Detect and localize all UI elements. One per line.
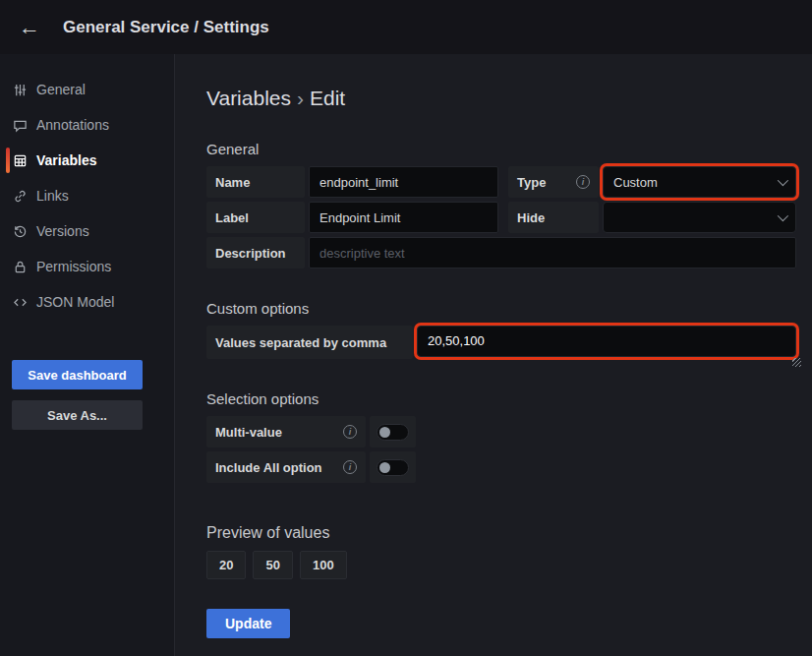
description-input[interactable] (309, 237, 796, 268)
save-as-button[interactable]: Save As... (12, 400, 143, 430)
custom-options-heading: Custom options (206, 300, 796, 317)
general-section-heading: General (206, 141, 796, 157)
history-icon (12, 223, 28, 239)
arrow-left-icon: ← (19, 17, 40, 38)
sidebar-item-json-model[interactable]: JSON Model (0, 284, 174, 320)
breadcrumb: Variables›Edit (206, 87, 796, 110)
breadcrumb-page: Edit (310, 87, 345, 109)
preview-value-chip[interactable]: 20 (206, 551, 246, 579)
table-grid-icon (12, 152, 28, 168)
name-input[interactable] (309, 166, 498, 198)
breadcrumb-separator: › (291, 87, 310, 109)
page-title: General Service / Settings (63, 18, 269, 37)
values-textarea[interactable]: 20,50,100 (417, 326, 796, 357)
app-window: ← General Service / Settings General Ann… (0, 0, 812, 656)
description-row: Description (206, 237, 796, 268)
include-all-row: Include All option i (206, 451, 796, 483)
link-icon (12, 188, 28, 204)
name-label: Name (206, 166, 305, 198)
lock-icon (12, 259, 28, 274)
multi-value-toggle[interactable] (370, 416, 416, 447)
comment-icon (12, 117, 28, 133)
breadcrumb-section: Variables (206, 87, 291, 109)
values-row: Values separated by comma 20,50,100 (206, 326, 796, 359)
settings-sidebar: General Annotations Variables (0, 54, 175, 656)
hide-select[interactable] (603, 202, 796, 233)
back-button[interactable]: ← (14, 12, 45, 43)
type-label: Type i (508, 166, 599, 198)
preview-value-chip[interactable]: 100 (300, 551, 347, 579)
sidebar-item-general[interactable]: General (0, 72, 174, 107)
sidebar-item-permissions[interactable]: Permissions (0, 249, 174, 284)
sliders-icon (12, 82, 28, 97)
update-button[interactable]: Update (206, 609, 290, 638)
resize-handle-icon[interactable] (792, 358, 801, 367)
settings-nav: General Annotations Variables (0, 72, 174, 320)
label-hide-row: Label Hide (206, 202, 796, 233)
preview-value-chip[interactable]: 50 (253, 551, 292, 579)
code-icon (12, 294, 28, 310)
info-icon[interactable]: i (576, 175, 590, 189)
sidebar-item-label: Annotations (36, 117, 109, 133)
sidebar-item-label: Versions (36, 223, 89, 239)
multi-value-row: Multi-value i (206, 416, 796, 447)
name-type-row: Name Type i Custom (206, 166, 796, 198)
save-dashboard-button[interactable]: Save dashboard (12, 360, 143, 389)
sidebar-item-label: Links (36, 188, 69, 204)
info-icon[interactable]: i (343, 460, 357, 474)
sidebar-item-versions[interactable]: Versions (0, 213, 174, 249)
hide-label: Hide (508, 202, 599, 233)
label-input[interactable] (309, 202, 498, 233)
selection-options-heading: Selection options (206, 390, 796, 407)
sidebar-item-annotations[interactable]: Annotations (0, 107, 174, 143)
type-select-value: Custom (613, 175, 658, 190)
description-label: Description (206, 237, 305, 268)
label-label: Label (206, 202, 305, 233)
multi-value-label: Multi-value i (206, 416, 366, 447)
info-icon[interactable]: i (343, 425, 357, 439)
include-all-label: Include All option i (206, 451, 366, 483)
values-label: Values separated by comma (206, 326, 413, 359)
sidebar-item-label: Variables (36, 152, 97, 168)
sidebar-item-label: JSON Model (36, 294, 114, 310)
preview-heading: Preview of values (206, 524, 796, 542)
sidebar-item-label: Permissions (36, 259, 111, 274)
sidebar-item-links[interactable]: Links (0, 178, 174, 213)
sidebar-item-variables[interactable]: Variables (0, 143, 174, 178)
variables-edit-panel: Variables›Edit General Name Type i Custo… (175, 54, 812, 656)
top-header: ← General Service / Settings (0, 0, 812, 54)
chevron-down-icon (778, 175, 788, 186)
include-all-toggle[interactable] (370, 451, 416, 483)
type-select[interactable]: Custom (603, 166, 796, 198)
active-indicator (6, 148, 10, 173)
preview-values: 20 50 100 (206, 551, 796, 579)
sidebar-item-label: General (36, 82, 86, 97)
chevron-down-icon (778, 210, 788, 221)
